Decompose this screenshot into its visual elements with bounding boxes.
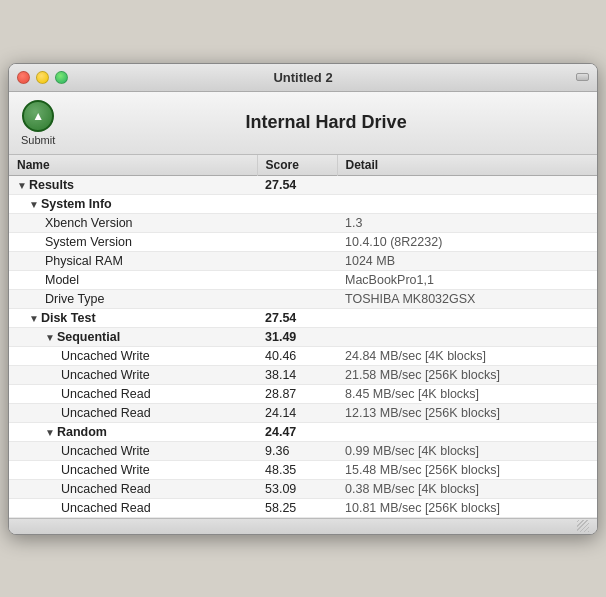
row-score: 27.54 (257, 175, 337, 194)
row-detail (337, 194, 597, 213)
table-row: Xbench Version1.3 (9, 213, 597, 232)
table-row: ▼Sequential31.49 (9, 327, 597, 346)
page-title: Internal Hard Drive (67, 112, 585, 133)
table-row: Uncached Read53.090.38 MB/sec [4K blocks… (9, 479, 597, 498)
row-name: Uncached Write (9, 460, 257, 479)
row-detail: MacBookPro1,1 (337, 270, 597, 289)
table-row: System Version10.4.10 (8R2232) (9, 232, 597, 251)
row-name: Model (9, 270, 257, 289)
row-name: System Version (9, 232, 257, 251)
table-row: Uncached Write38.1421.58 MB/sec [256K bl… (9, 365, 597, 384)
row-name: ▼Results (9, 175, 257, 194)
triangle-icon: ▼ (29, 313, 39, 324)
row-detail: 1.3 (337, 213, 597, 232)
table-row: Uncached Read28.878.45 MB/sec [4K blocks… (9, 384, 597, 403)
row-detail (337, 308, 597, 327)
row-detail: 0.99 MB/sec [4K blocks] (337, 441, 597, 460)
row-name: ▼Disk Test (9, 308, 257, 327)
row-name: ▼System Info (9, 194, 257, 213)
table-row: Uncached Write9.360.99 MB/sec [4K blocks… (9, 441, 597, 460)
row-score: 38.14 (257, 365, 337, 384)
table-row: ModelMacBookPro1,1 (9, 270, 597, 289)
table-row: ▼System Info (9, 194, 597, 213)
row-name: Uncached Write (9, 365, 257, 384)
row-score: 28.87 (257, 384, 337, 403)
table-row: Uncached Write40.4624.84 MB/sec [4K bloc… (9, 346, 597, 365)
row-detail: 1024 MB (337, 251, 597, 270)
row-score: 9.36 (257, 441, 337, 460)
row-detail (337, 175, 597, 194)
row-score: 27.54 (257, 308, 337, 327)
row-detail: 15.48 MB/sec [256K blocks] (337, 460, 597, 479)
table-row: Physical RAM1024 MB (9, 251, 597, 270)
submit-label: Submit (21, 134, 55, 146)
col-header-detail: Detail (337, 155, 597, 176)
row-name: Uncached Write (9, 346, 257, 365)
row-score (257, 270, 337, 289)
row-score: 53.09 (257, 479, 337, 498)
close-button[interactable] (17, 71, 30, 84)
maximize-button[interactable] (55, 71, 68, 84)
row-name: Uncached Write (9, 441, 257, 460)
row-name: Xbench Version (9, 213, 257, 232)
row-detail: 12.13 MB/sec [256K blocks] (337, 403, 597, 422)
triangle-icon: ▼ (29, 199, 39, 210)
row-name: Uncached Read (9, 384, 257, 403)
results-table-container: Name Score Detail ▼Results27.54▼System I… (9, 155, 597, 518)
row-score: 24.47 (257, 422, 337, 441)
status-bar (9, 518, 597, 534)
row-score (257, 213, 337, 232)
table-row: Uncached Read58.2510.81 MB/sec [256K blo… (9, 498, 597, 517)
results-table: Name Score Detail ▼Results27.54▼System I… (9, 155, 597, 518)
toolbar: Submit Internal Hard Drive (9, 92, 597, 155)
title-bar: Untitled 2 (9, 64, 597, 92)
triangle-icon: ▼ (17, 180, 27, 191)
table-row: Drive TypeTOSHIBA MK8032GSX (9, 289, 597, 308)
table-row: Uncached Read24.1412.13 MB/sec [256K blo… (9, 403, 597, 422)
resize-handle[interactable] (577, 520, 589, 532)
main-window: Untitled 2 Submit Internal Hard Drive Na… (8, 63, 598, 535)
col-header-score: Score (257, 155, 337, 176)
row-name: ▼Sequential (9, 327, 257, 346)
row-name: Uncached Read (9, 479, 257, 498)
row-name: Drive Type (9, 289, 257, 308)
row-score (257, 251, 337, 270)
row-detail: 24.84 MB/sec [4K blocks] (337, 346, 597, 365)
table-row: Uncached Write48.3515.48 MB/sec [256K bl… (9, 460, 597, 479)
row-name: ▼Random (9, 422, 257, 441)
row-score: 24.14 (257, 403, 337, 422)
row-score (257, 194, 337, 213)
row-detail: 10.4.10 (8R2232) (337, 232, 597, 251)
table-row: ▼Disk Test27.54 (9, 308, 597, 327)
minimize-button[interactable] (36, 71, 49, 84)
triangle-icon: ▼ (45, 427, 55, 438)
row-score (257, 289, 337, 308)
row-name: Uncached Read (9, 403, 257, 422)
traffic-lights (17, 71, 68, 84)
window-resize-button[interactable] (576, 73, 589, 81)
row-score: 40.46 (257, 346, 337, 365)
row-detail: 10.81 MB/sec [256K blocks] (337, 498, 597, 517)
submit-icon (22, 100, 54, 132)
row-score: 48.35 (257, 460, 337, 479)
triangle-icon: ▼ (45, 332, 55, 343)
submit-button[interactable]: Submit (21, 100, 55, 146)
row-name: Uncached Read (9, 498, 257, 517)
col-header-name: Name (9, 155, 257, 176)
row-detail (337, 422, 597, 441)
row-detail: 8.45 MB/sec [4K blocks] (337, 384, 597, 403)
row-name: Physical RAM (9, 251, 257, 270)
row-score: 58.25 (257, 498, 337, 517)
table-row: ▼Random24.47 (9, 422, 597, 441)
table-row: ▼Results27.54 (9, 175, 597, 194)
window-title: Untitled 2 (273, 70, 332, 85)
row-detail: TOSHIBA MK8032GSX (337, 289, 597, 308)
row-detail: 21.58 MB/sec [256K blocks] (337, 365, 597, 384)
row-detail (337, 327, 597, 346)
row-score: 31.49 (257, 327, 337, 346)
table-header-row: Name Score Detail (9, 155, 597, 176)
row-score (257, 232, 337, 251)
row-detail: 0.38 MB/sec [4K blocks] (337, 479, 597, 498)
